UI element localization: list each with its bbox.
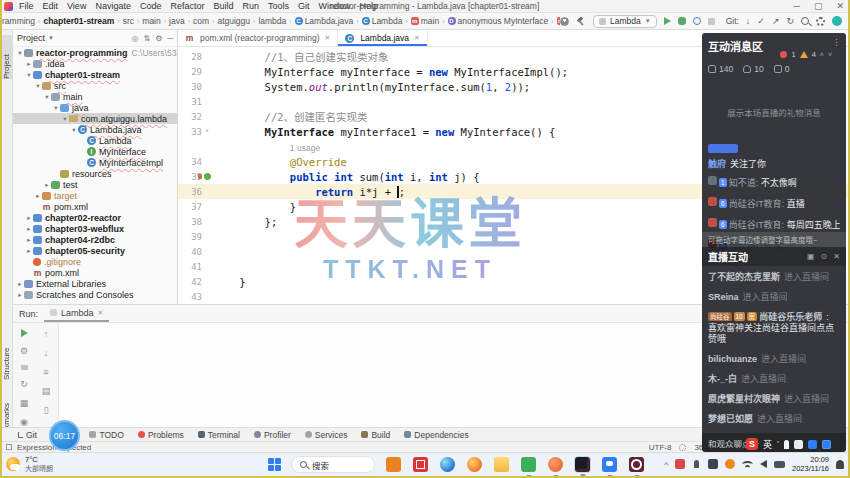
menu-file[interactable]: File xyxy=(19,1,34,11)
tree-item-myinterface[interactable]: IMyInterface xyxy=(13,146,177,157)
camera-icon[interactable] xyxy=(774,461,785,468)
run-tab-lambda[interactable]: Lambda ✕ xyxy=(44,305,109,322)
tree-item-chapter04-r2dbc[interactable]: ▸chapter04-r2dbc xyxy=(13,234,177,245)
sogou-logo-icon[interactable]: S xyxy=(746,438,758,450)
run-settings-icon[interactable]: ⚙ xyxy=(20,346,28,356)
breadcrumb-item[interactable]: com xyxy=(193,16,209,26)
breadcrumb-item[interactable]: CLambda xyxy=(362,16,403,26)
debug-button[interactable] xyxy=(678,17,686,25)
pin-tab-icon[interactable]: ◉ xyxy=(20,417,28,427)
soft-wrap-icon[interactable]: ≡ xyxy=(43,367,48,377)
tree-item-main[interactable]: ▾main xyxy=(13,91,177,102)
restart-icon[interactable]: ↻ xyxy=(20,379,28,389)
coverage-button[interactable] xyxy=(693,17,701,25)
assistant-plugin-icon[interactable] xyxy=(832,16,842,26)
git-update-icon[interactable]: ↓ xyxy=(746,16,751,26)
stop-process-button[interactable] xyxy=(21,365,28,370)
hidden-icons-chevron[interactable]: ^ xyxy=(664,460,668,469)
breadcrumb-item[interactable]: lambda xyxy=(258,16,286,26)
toolwindow-button-dependencies[interactable]: Dependencies xyxy=(404,430,468,440)
taskbar-app-app-chat[interactable] xyxy=(601,456,618,473)
tree-item-chapter03-webflux[interactable]: ▸chapter03-webflux xyxy=(13,223,177,234)
close-icon[interactable]: ✕ xyxy=(325,34,331,42)
ime-mic-icon[interactable] xyxy=(784,440,789,449)
breadcrumb-item[interactable]: chapter01-stream xyxy=(43,16,114,26)
start-button[interactable] xyxy=(268,458,281,471)
tray-ime-icon[interactable] xyxy=(725,459,735,469)
tray-app-icon[interactable] xyxy=(708,459,718,469)
menu-edit[interactable]: Edit xyxy=(43,1,59,11)
prev-problem-icon[interactable]: ˄ xyxy=(820,51,824,58)
next-problem-icon[interactable]: ˅ xyxy=(828,51,832,58)
tool-tab-structure[interactable]: Structure xyxy=(0,330,13,380)
tree-item-lambda-java[interactable]: ▾CLambda.java xyxy=(13,124,177,135)
expand-collapse-icon[interactable]: ⇅ xyxy=(143,34,150,43)
screen-recorder-timer[interactable]: 06:17 xyxy=(49,420,80,451)
ime-panel-icon[interactable] xyxy=(822,440,831,449)
breadcrumb-item[interactable]: main xyxy=(142,16,160,26)
breadcrumb-item[interactable]: java xyxy=(169,16,185,26)
locate-file-icon[interactable]: ◎ xyxy=(131,34,138,43)
breadcrumb-item[interactable]: CLambda.java xyxy=(295,16,354,26)
settings-gear-icon[interactable] xyxy=(816,17,825,26)
toolwindow-button-problems[interactable]: Problems xyxy=(138,430,184,440)
panel-settings-icon[interactable]: ⚙ xyxy=(155,34,162,43)
git-history-icon[interactable]: ↻ xyxy=(786,16,794,26)
taskbar-weather[interactable]: 7°C 大部晴朗 xyxy=(6,455,53,473)
editor-tab-pom-xml[interactable]: mpom.xml (reactor-programming)✕ xyxy=(178,30,338,46)
rerun-button[interactable] xyxy=(21,329,28,337)
layout-icon[interactable]: ▦ xyxy=(20,398,29,408)
git-push-icon[interactable]: ↗ xyxy=(772,16,780,26)
print-icon[interactable]: ▤ xyxy=(42,386,51,396)
overlay-pin-icon[interactable]: ▣ xyxy=(807,252,815,261)
toolwindow-button-git[interactable]: Git xyxy=(18,430,37,440)
toolwindow-button-services[interactable]: Services xyxy=(305,430,348,440)
breadcrumb-item[interactable]: src xyxy=(123,16,134,26)
volume-icon[interactable] xyxy=(760,460,767,468)
close-button[interactable]: ✕ xyxy=(836,0,844,13)
ime-keyboard-icon[interactable] xyxy=(794,440,803,449)
tree-item--gitignore[interactable]: .gitignore xyxy=(13,256,177,267)
status-gear-icon[interactable] xyxy=(679,444,686,451)
tree-item-java[interactable]: ▾java xyxy=(13,102,177,113)
taskbar-app-app-red[interactable] xyxy=(412,456,429,473)
taskbar-clock[interactable]: 20:09 2023/11/16 xyxy=(792,455,829,473)
taskbar-app-edge[interactable] xyxy=(439,456,456,473)
tree-item-test[interactable]: ▸test xyxy=(13,179,177,190)
tree-item-resources[interactable]: resources xyxy=(13,168,177,179)
taskbar-app-firefox[interactable] xyxy=(466,456,483,473)
minimize-button[interactable]: ─ xyxy=(794,0,800,13)
breadcrumb-item[interactable]: atguiggu xyxy=(217,16,250,26)
menu-build[interactable]: Build xyxy=(213,1,233,11)
tree-item-reactor-programming[interactable]: ▾reactor-programmingC:\Users\53409\Des xyxy=(13,47,177,58)
menu-refactor[interactable]: Refactor xyxy=(170,1,204,11)
menu-run[interactable]: Run xyxy=(242,1,259,11)
clear-console-icon[interactable]: ▯ xyxy=(44,405,49,415)
wifi-icon[interactable] xyxy=(742,461,753,468)
ime-toolbox-icon[interactable] xyxy=(808,440,817,449)
scroll-down-icon[interactable]: ↓ xyxy=(44,348,49,358)
fold-icon[interactable]: ▾ xyxy=(205,127,209,135)
toolwindow-button-todo[interactable]: TODO xyxy=(89,430,123,440)
hide-panel-icon[interactable]: ─ xyxy=(167,34,173,43)
close-icon[interactable]: ✕ xyxy=(98,309,104,317)
build-hammer-icon[interactable] xyxy=(576,16,586,26)
toolwindow-button-profiler[interactable]: Profiler xyxy=(254,430,291,440)
user-avatar-icon[interactable] xyxy=(560,17,569,26)
notification-bell-icon[interactable] xyxy=(836,460,844,469)
taskbar-app-idea[interactable] xyxy=(574,456,591,473)
tray-mic-icon[interactable] xyxy=(694,460,699,468)
tree-item-com-atguiggu-lambda[interactable]: ▾com.atguiggu.lambda xyxy=(13,113,177,124)
chevron-down-icon[interactable]: ▼ xyxy=(48,35,54,41)
tree-item-external-libraries[interactable]: ▸External Libraries xyxy=(13,278,177,289)
menu-git[interactable]: Git xyxy=(298,1,310,11)
overlay-menu-icon[interactable]: ⋮ xyxy=(832,37,841,47)
ime-punct-indicator[interactable]: ’ xyxy=(777,439,779,449)
tree-item-pom-xml[interactable]: mpom.xml xyxy=(13,201,177,212)
tree-item-chapter01-stream[interactable]: ▾chapter01-stream xyxy=(13,69,177,80)
overlay-settings-icon[interactable]: ⊙ xyxy=(821,252,828,261)
taskbar-app-explorer[interactable] xyxy=(493,456,510,473)
status-checkbox-icon[interactable] xyxy=(6,444,12,450)
tree-item-chapter05-security[interactable]: ▸chapter05-security xyxy=(13,245,177,256)
menu-navigate[interactable]: Navigate xyxy=(95,1,131,11)
